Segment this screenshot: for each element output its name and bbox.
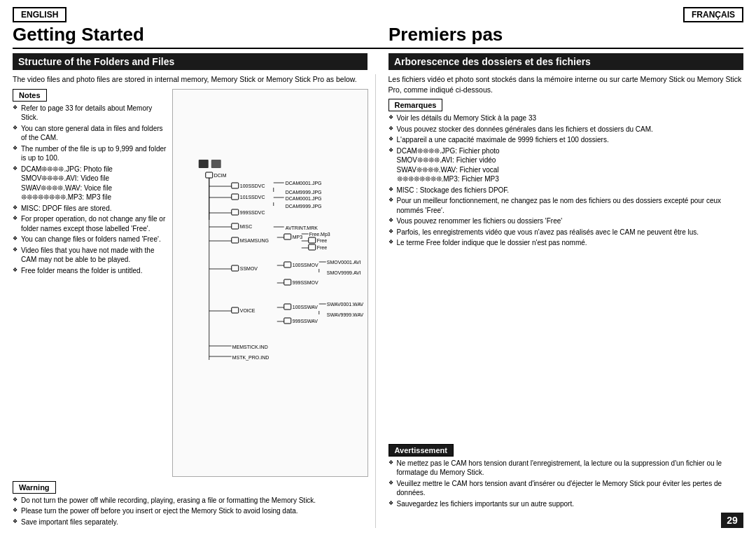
section-header-right: Arborescence des dossiers et des fichier… [388, 53, 743, 70]
svg-text:Free: Free [317, 245, 328, 250]
svg-rect-13 [232, 194, 239, 200]
svg-text:SSMOV: SSMOV [240, 266, 258, 271]
avertissement-list: Ne mettez pas le CAM hors tension durant… [388, 459, 744, 509]
list-item: Vous pouvez stocker des données générale… [388, 125, 744, 134]
svg-rect-2 [206, 172, 213, 178]
warning-header: Warning [13, 481, 56, 494]
section-headers: Structure of the Folders and Files Arbor… [13, 53, 743, 70]
list-item: MISC : Stockage des fichiers DPOF. [388, 186, 744, 195]
section-header-left: Structure of the Folders and Files [13, 53, 368, 70]
language-row: ENGLISH FRANÇAIS [13, 7, 743, 22]
svg-text:DCAM9999.JPG: DCAM9999.JPG [286, 204, 322, 209]
file-tree-diagram: DCIM 100SSDVC DCAM0001.JPG DCAM9999.JPG [172, 89, 368, 477]
titles-row: Getting Started Premiers pas [13, 24, 743, 49]
list-item: Ne mettez pas le CAM hors tension durant… [388, 459, 744, 478]
svg-rect-24 [232, 223, 239, 229]
svg-text:101SSDVC: 101SSDVC [240, 195, 265, 200]
list-item: Sauvegardez les fichiers importants sur … [388, 499, 744, 509]
svg-text:MEMSTICK.IND: MEMSTICK.IND [232, 345, 268, 349]
list-item: L'appareil a une capacité maximale de 99… [388, 135, 744, 145]
svg-rect-0 [199, 160, 209, 168]
svg-text:SWAV9999.WAV: SWAV9999.WAV [327, 312, 363, 317]
list-item: Voir les détails du Memory Stick à la pa… [388, 113, 744, 123]
svg-text:MP3: MP3 [293, 235, 303, 239]
svg-text:SMOV0001.AVI: SMOV0001.AVI [327, 260, 361, 265]
svg-text:999SSDVC: 999SSDVC [240, 210, 265, 215]
svg-text:Free: Free [317, 238, 328, 243]
svg-rect-20 [232, 209, 239, 215]
list-item: Veuillez mettre le CAM hors tension avan… [388, 479, 744, 498]
svg-text:SWAV0001.WAV: SWAV0001.WAV [327, 302, 363, 307]
svg-rect-45 [232, 265, 239, 271]
page-number: 29 [721, 513, 743, 528]
svg-rect-62 [284, 304, 291, 310]
svg-rect-59 [232, 307, 239, 313]
notes-section: Notes Refer to page 33 for details about… [13, 89, 167, 277]
remarques-header: Remarques [388, 99, 443, 111]
svg-text:SMOV9999.AVI: SMOV9999.AVI [327, 270, 361, 275]
svg-rect-48 [284, 262, 291, 268]
svg-text:100SSMOV: 100SSMOV [293, 263, 318, 268]
content-area: The video files and photo files are stor… [13, 74, 743, 528]
svg-text:DCAM0001.JPG: DCAM0001.JPG [286, 181, 322, 186]
svg-rect-30 [232, 237, 239, 243]
notes-list: Refer to page 33 for details about Memor… [13, 104, 167, 276]
svg-text:999SSWAV: 999SSWAV [293, 319, 318, 324]
list-item: Video files that you have not made with … [13, 246, 167, 265]
list-item: DCAM❊❊❊❊.JPG: Fichier photoSMOV❊❊❊❊.AVI:… [388, 146, 744, 184]
svg-text:MSTK_PRO.IND: MSTK_PRO.IND [232, 355, 270, 361]
list-item: DCAM❊❊❊❊.JPG: Photo fileSMOV❊❊❊❊.AVI: Vi… [13, 165, 167, 202]
intro-right: Les fichiers vidéo et photo sont stockés… [388, 74, 744, 95]
svg-rect-38 [309, 237, 316, 243]
page-number-area: 29 [388, 513, 744, 528]
avertissement-header: Avertissement [388, 444, 454, 457]
list-item: MISC: DPOF files are stored. [13, 204, 167, 214]
svg-text:Free.Mp3: Free.Mp3 [309, 232, 330, 237]
warning-section: Warning Do not turn the power off while … [13, 481, 368, 529]
svg-text:VOICE: VOICE [240, 308, 255, 313]
svg-text:DCAM0001.JPG: DCAM0001.JPG [286, 196, 322, 201]
svg-rect-41 [309, 244, 316, 250]
title-left: Getting Started [13, 24, 368, 48]
remarques-list: Voir les détails du Memory Stick à la pa… [388, 113, 744, 248]
warning-list: Do not turn the power off while recordin… [13, 496, 368, 527]
list-item: Le terme Free folder indique que le doss… [388, 238, 744, 248]
intro-left: The video files and photo files are stor… [13, 74, 368, 85]
svg-text:DCAM9999.JPG: DCAM9999.JPG [286, 190, 322, 195]
svg-rect-55 [284, 279, 291, 285]
title-right: Premiers pas [368, 24, 743, 48]
list-item: Pour un meilleur fonctionnement, ne chan… [388, 196, 744, 215]
svg-text:DCIM: DCIM [214, 173, 227, 178]
avertissement-section: Avertissement Ne mettez pas le CAM hors … [388, 444, 744, 510]
svg-text:999SSMOV: 999SSMOV [293, 280, 318, 285]
list-item: Refer to page 33 for details about Memor… [13, 104, 167, 123]
svg-text:100SSWAV: 100SSWAV [293, 305, 318, 310]
list-item: You can change files or folders named 'F… [13, 235, 167, 244]
list-item: You can store general data in files and … [13, 124, 167, 143]
list-item: Vous pouvez renommer les fichiers ou dos… [388, 216, 744, 226]
svg-rect-6 [232, 183, 239, 188]
remarques-section: Remarques Voir les détails du Memory Sti… [388, 99, 744, 439]
right-column: Les fichiers vidéo et photo sont stockés… [376, 74, 744, 528]
svg-rect-1 [211, 160, 221, 168]
notes-header: Notes [13, 89, 47, 102]
notes-warning-col: Notes Refer to page 33 for details about… [13, 89, 167, 477]
list-item: Do not turn the power off while recordin… [13, 496, 368, 506]
svg-text:MSAMSUNG: MSAMSUNG [240, 238, 269, 243]
svg-rect-33 [284, 234, 291, 239]
list-item: Please turn the power off before you ins… [13, 506, 368, 516]
list-item: Save important files separately. [13, 517, 368, 527]
list-item: For proper operation, do not change any … [13, 214, 167, 233]
list-item: Parfois, les enregistrements vidéo que v… [388, 228, 744, 237]
svg-text:100SSDVC: 100SSDVC [240, 183, 265, 188]
svg-rect-69 [284, 318, 291, 324]
left-column: The video files and photo files are stor… [13, 74, 376, 528]
list-item: Free folder means the folder is untitled… [13, 266, 167, 276]
svg-text:AVTRINT.MRK: AVTRINT.MRK [286, 225, 318, 230]
list-item: The number of the file is up to 9,999 an… [13, 144, 167, 163]
svg-text:MISC: MISC [240, 224, 253, 229]
lang-francais: FRANÇAIS [683, 7, 743, 22]
lang-english: ENGLISH [13, 7, 66, 22]
